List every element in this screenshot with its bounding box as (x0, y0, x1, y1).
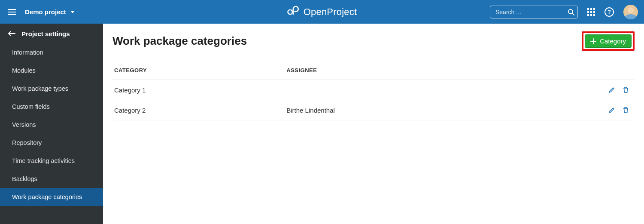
categories-table: CATEGORY ASSIGNEE Category 1Category 2Bi… (112, 67, 635, 120)
cell-actions (596, 100, 635, 120)
search-icon[interactable] (567, 8, 575, 16)
cell-actions (596, 80, 635, 100)
cell-category: Category 1 (112, 80, 285, 100)
sidebar-item-label: Time tracking activities (12, 157, 75, 164)
help-icon[interactable]: ? (605, 7, 614, 17)
sidebar-item-custom-fields[interactable]: Custom fields (0, 98, 103, 116)
col-header-assignee: ASSIGNEE (285, 67, 596, 80)
sidebar-item-time-tracking-activities[interactable]: Time tracking activities (0, 152, 103, 170)
project-selector[interactable]: Demo project (22, 6, 77, 17)
svg-line-2 (572, 13, 574, 15)
brand-name: OpenProject (304, 6, 357, 18)
sidebar-item-repository[interactable]: Repository (0, 134, 103, 152)
sidebar-item-label: Modules (12, 67, 36, 74)
sidebar-item-label: Work package types (12, 85, 68, 92)
sidebar-item-label: Repository (12, 139, 42, 146)
top-bar: Demo project OpenProject ? (0, 0, 644, 24)
brand-logo-icon (287, 6, 299, 18)
add-category-highlight: Category (582, 31, 635, 51)
brand[interactable]: OpenProject (287, 6, 357, 18)
sidebar-item-label: Backlogs (12, 175, 37, 182)
avatar[interactable] (623, 5, 638, 19)
sidebar-item-information[interactable]: Information (0, 43, 103, 61)
sidebar-item-label: Custom fields (12, 103, 50, 110)
back-arrow-icon[interactable] (8, 30, 15, 37)
caret-down-icon (70, 11, 75, 13)
edit-icon[interactable] (607, 85, 617, 95)
col-header-actions (596, 67, 635, 80)
table-row: Category 2Birthe Lindenthal (112, 100, 635, 120)
project-name: Demo project (25, 8, 66, 15)
cell-assignee (285, 80, 596, 100)
sidebar-header: Project settings (0, 24, 103, 43)
sidebar: Project settings InformationModulesWork … (0, 24, 103, 224)
delete-icon[interactable] (621, 105, 630, 115)
col-header-category: CATEGORY (112, 67, 285, 80)
sidebar-item-label: Work package categories (12, 193, 82, 200)
main-content: Work package categories Category CATEGOR… (103, 24, 644, 224)
sidebar-item-versions[interactable]: Versions (0, 116, 103, 134)
sidebar-item-label: Information (12, 49, 43, 56)
hamburger-menu-icon[interactable] (6, 6, 18, 18)
sidebar-title: Project settings (21, 30, 70, 37)
sidebar-item-work-package-types[interactable]: Work package types (0, 80, 103, 98)
sidebar-item-work-package-categories[interactable]: Work package categories (0, 188, 103, 206)
table-row: Category 1 (112, 80, 635, 100)
apps-grid-icon[interactable] (587, 8, 595, 16)
search-input[interactable] (490, 6, 578, 18)
sidebar-item-label: Versions (12, 121, 36, 128)
svg-point-0 (288, 9, 292, 14)
cell-category: Category 2 (112, 100, 285, 120)
cell-assignee: Birthe Lindenthal (285, 100, 596, 120)
sidebar-item-modules[interactable]: Modules (0, 61, 103, 80)
edit-icon[interactable] (607, 105, 617, 115)
add-category-button[interactable]: Category (585, 34, 632, 48)
plus-icon (590, 38, 596, 44)
page-title: Work package categories (112, 34, 247, 48)
add-category-label: Category (600, 37, 626, 45)
delete-icon[interactable] (621, 85, 630, 95)
sidebar-item-backlogs[interactable]: Backlogs (0, 170, 103, 188)
search-box (490, 6, 578, 18)
